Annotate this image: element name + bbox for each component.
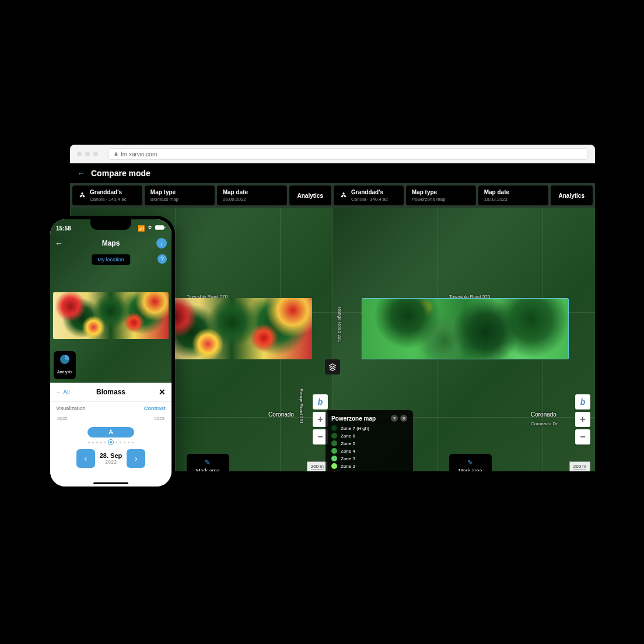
powerzone-field-overlay (362, 298, 569, 359)
timeline-dots[interactable] (50, 440, 172, 444)
mobile-analysis-button[interactable]: Analysis (54, 351, 76, 379)
back-arrow-icon[interactable]: ← (77, 169, 85, 178)
field-sub-right: Canola · 140.4 ac (351, 197, 388, 202)
legend-dot (331, 456, 337, 461)
prev-date-button[interactable]: ‹ (76, 449, 95, 468)
scale-imperial: 500 ft (311, 470, 324, 471)
mobile-analysis-label: Analysis (57, 370, 72, 374)
legend-label: Zone 4 (341, 449, 355, 454)
legend-dot (331, 440, 337, 446)
legend-dot (331, 471, 337, 471)
bing-button[interactable]: b (575, 394, 590, 410)
legend: Powerzone map ? ✕ Zone 7 (High)Zone 6Zon… (326, 410, 413, 471)
legend-row: Zone 6 (331, 433, 407, 439)
mark-area-button-right[interactable]: ✎ Mark area (449, 454, 492, 471)
close-icon[interactable]: ✕ (159, 387, 166, 397)
download-icon[interactable]: ↓ (156, 238, 167, 249)
sheet-back-button[interactable]: ← All (56, 389, 69, 396)
mapdate-label-left: Map date (223, 189, 248, 195)
maptype-card-right[interactable]: Map type Powerzone map (406, 186, 476, 205)
legend-row: Zone 5 (331, 440, 407, 446)
legend-label: Zone 5 (341, 441, 355, 446)
date-nav: ‹ 28. Sep 2022 › (50, 449, 172, 468)
city-label: Coronado (531, 411, 556, 418)
mark-area-button-left[interactable]: ✎ Mark area (187, 454, 229, 471)
mapdate-value-left: 28.09.2022 (223, 197, 248, 202)
mapdate-card-right[interactable]: Map date 18.03.2023 (478, 186, 548, 205)
mobile-sheet: ← All Biomass ✕ Visualization Contrast 2… (50, 383, 172, 487)
year-row: 2022 2023 (50, 415, 172, 422)
zoom-in-button[interactable]: + (575, 412, 590, 427)
mobile-screen: 15:58 📶 ← Maps ↓ My location ? Analysis (50, 219, 172, 487)
field-sub-left: Canola · 140.4 ac (90, 197, 127, 202)
svg-rect-1 (164, 227, 166, 229)
mark-area-label: Mark area (459, 468, 482, 471)
maptype-card-left[interactable]: Map type Biomass map (145, 186, 215, 205)
help-icon[interactable]: ? (158, 254, 167, 264)
svg-rect-0 (155, 225, 164, 230)
visualization-row[interactable]: Visualization Contrast (50, 402, 172, 415)
zoom-out-button[interactable]: − (575, 429, 590, 444)
field-card-right[interactable]: Granddad's Canola · 140.4 ac (334, 186, 404, 205)
scale-bar-right: 200 m 500 ft (569, 461, 590, 471)
date-year: 2022 (100, 459, 123, 465)
signal-icon: 📶 (138, 225, 145, 232)
analytics-card-left[interactable]: Analytics (289, 186, 331, 205)
app-header: ← Compare mode (70, 163, 595, 183)
analytics-label-left: Analytics (298, 192, 323, 199)
traffic-close[interactable] (77, 152, 82, 156)
mobile-map[interactable]: ← Maps ↓ My location ? Analysis (50, 237, 172, 383)
mobile-biomass-field (53, 292, 169, 339)
leaf-icon (78, 191, 86, 200)
legend-label: Zone 6 (341, 433, 355, 439)
city-label: Coronado (268, 411, 294, 418)
mobile-device: 15:58 📶 ← Maps ↓ My location ? Analysis (47, 216, 175, 490)
scale-bar-left: 200 m 500 ft (307, 461, 328, 471)
mobile-header: ← Maps ↓ (50, 239, 172, 247)
scale-metric: 200 m (311, 463, 324, 470)
sheet-title: Biomass (96, 388, 125, 396)
layers-icon (328, 363, 337, 371)
scale-metric: 200 m (573, 463, 586, 470)
my-location-chip[interactable]: My location (92, 254, 130, 265)
mapdate-label-right: Map date (484, 189, 509, 195)
pie-icon (60, 355, 69, 364)
page-title: Compare mode (91, 169, 150, 178)
field-card-left[interactable]: Granddad's Canola · 140.4 ac (72, 186, 142, 205)
leaf-icon (107, 429, 114, 436)
analytics-card-right[interactable]: Analytics (551, 186, 593, 205)
mobile-back-icon[interactable]: ← (55, 239, 63, 248)
help-icon[interactable]: ? (391, 415, 398, 422)
home-indicator[interactable] (93, 482, 128, 484)
battery-icon (155, 225, 166, 232)
notch (90, 219, 131, 230)
legend-label: Zone 7 (High) (341, 426, 369, 431)
info-panel-left: Granddad's Canola · 140.4 ac Map type Bi… (72, 186, 331, 205)
maptype-label-left: Map type (150, 189, 178, 195)
wifi-icon (146, 225, 153, 232)
traffic-min[interactable] (85, 152, 90, 156)
maptype-value-right: Powerzone map (412, 197, 446, 202)
legend-row: Zone 3 (331, 456, 407, 461)
layers-button[interactable] (325, 359, 340, 374)
field-name-right: Granddad's (351, 189, 388, 195)
mapdate-card-left[interactable]: Map date 28.09.2022 (217, 186, 287, 205)
timeline-pill[interactable] (88, 427, 134, 438)
legend-label: Zone 1 (Low) (341, 471, 368, 472)
mark-area-label: Mark area (196, 468, 220, 471)
status-icons: 📶 (138, 225, 166, 232)
bing-button[interactable]: b (313, 394, 328, 410)
legend-row: Zone 2 (331, 463, 407, 469)
close-icon[interactable]: ✕ (400, 415, 407, 422)
info-bar: Granddad's Canola · 140.4 ac Map type Bi… (70, 183, 595, 208)
traffic-max[interactable] (93, 152, 98, 156)
sheet-header: ← All Biomass ✕ (50, 383, 172, 402)
bing-icon: b (318, 397, 323, 407)
analytics-label-right: Analytics (559, 192, 584, 199)
maptype-value-left: Biomass map (150, 197, 178, 202)
next-date-button[interactable]: › (127, 449, 145, 468)
pencil-icon: ✎ (196, 459, 220, 467)
visualization-value: Contrast (144, 405, 166, 411)
legend-row: Zone 4 (331, 448, 407, 454)
url-bar[interactable]: fm.xarvio.com (108, 148, 588, 160)
